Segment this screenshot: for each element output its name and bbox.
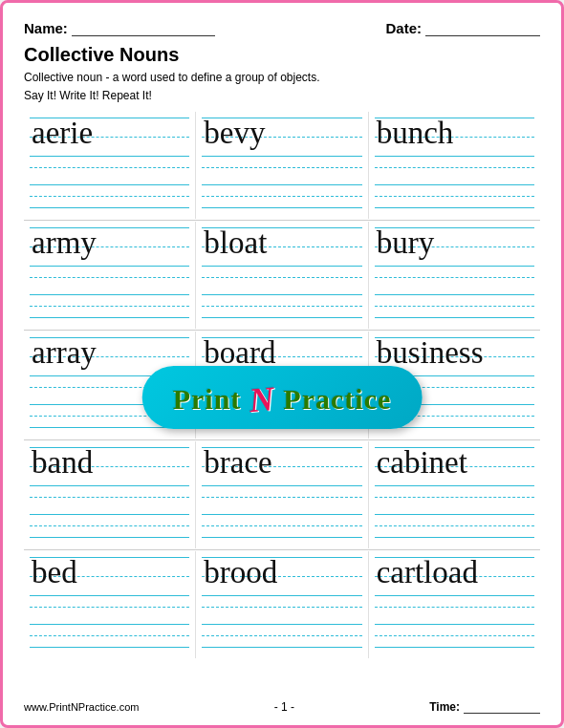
word-array: array xyxy=(32,337,97,369)
page-title: Collective Nouns xyxy=(24,44,540,66)
pnp-print: Print xyxy=(173,383,249,415)
pnp-text: Print N Practice xyxy=(173,383,392,415)
subtitle-line2: Say It! Write It! Repeat It! xyxy=(24,88,540,104)
footer-website: www.PrintNPractice.com xyxy=(24,701,139,713)
word-entry-bloat: bloat xyxy=(196,222,368,329)
footer-time-line[interactable] xyxy=(464,700,540,714)
word-entry-bury: bury xyxy=(369,222,540,329)
word-entry-band: band xyxy=(24,441,196,548)
footer-time-label: Time: xyxy=(429,700,460,714)
footer-page: - 1 - xyxy=(274,700,294,714)
word-army: army xyxy=(32,227,97,259)
word-entry-bunch: bunch xyxy=(369,112,540,219)
name-label: Name: xyxy=(24,20,68,36)
name-line[interactable] xyxy=(72,21,215,36)
word-aerie: aerie xyxy=(32,118,93,149)
word-entry-cabinet: cabinet xyxy=(369,441,540,548)
word-row-4: band brace xyxy=(24,441,540,548)
name-field: Name: xyxy=(24,20,215,36)
header-row: Name: Date: xyxy=(24,20,540,36)
word-entry-brace: brace xyxy=(196,441,368,548)
word-row-5: bed brood xyxy=(24,551,540,658)
word-bevy: bevy xyxy=(204,118,265,149)
word-entry-bed: bed xyxy=(24,551,196,658)
worksheet-page: Name: Date: Collective Nouns Collective … xyxy=(0,0,564,728)
word-bury: bury xyxy=(377,227,435,259)
subtitle-line1: Collective noun - a word used to define … xyxy=(24,70,540,86)
pnp-overlay: Print N Practice xyxy=(142,366,423,429)
date-line[interactable] xyxy=(425,21,540,36)
date-field: Date: xyxy=(385,20,540,36)
word-cabinet: cabinet xyxy=(377,447,467,479)
word-business: business xyxy=(377,337,484,369)
word-bed: bed xyxy=(32,557,77,589)
footer-time: Time: xyxy=(429,700,540,714)
pnp-n: N xyxy=(248,378,277,420)
word-row-1: aerie bevy xyxy=(24,112,540,219)
word-bloat: bloat xyxy=(204,227,267,259)
footer: www.PrintNPractice.com - 1 - Time: xyxy=(24,700,540,714)
word-entry-brood: brood xyxy=(196,551,368,658)
word-band: band xyxy=(32,447,93,479)
word-entry-aerie: aerie xyxy=(24,112,196,219)
word-brace: brace xyxy=(204,447,271,479)
word-bunch: bunch xyxy=(377,118,454,149)
word-entry-bevy: bevy xyxy=(196,112,368,219)
word-entry-cartload: cartload xyxy=(369,551,540,658)
word-row-2: army bloat xyxy=(24,222,540,329)
word-brood: brood xyxy=(204,557,277,589)
date-label: Date: xyxy=(385,20,422,36)
word-board: board xyxy=(204,337,275,369)
pnp-practice: Practice xyxy=(275,383,391,415)
word-cartload: cartload xyxy=(377,557,478,589)
word-entry-army: army xyxy=(24,222,196,329)
